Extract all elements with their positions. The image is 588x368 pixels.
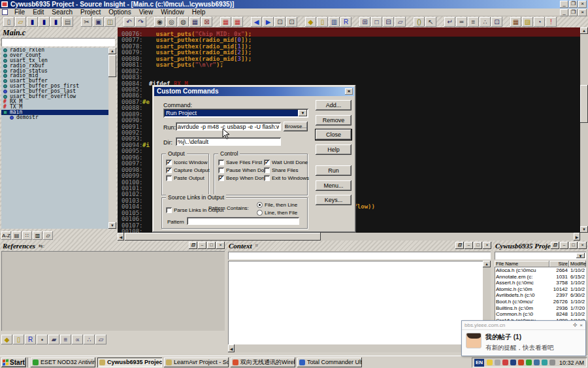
hierarchy-icon[interactable]: ∴ bbox=[480, 17, 491, 27]
lock-icon[interactable]: ▪ bbox=[37, 335, 48, 344]
match-paren-icon[interactable]: () bbox=[414, 17, 425, 27]
remove-button[interactable]: Remove bbox=[316, 115, 351, 125]
checkbox-capture-output[interactable]: ✓Capture Output bbox=[166, 167, 210, 173]
open-folder-icon[interactable]: ▱ bbox=[15, 17, 26, 27]
calendar-icon[interactable]: ▦ bbox=[510, 17, 521, 27]
usb-device-icon[interactable] bbox=[510, 360, 516, 365]
task-button[interactable]: ESET NOD32 Antivirus bbox=[31, 358, 95, 367]
relation-window-icon[interactable]: ≡ bbox=[468, 17, 479, 27]
no-connection-icon[interactable] bbox=[502, 360, 508, 365]
shield-icon[interactable]: ▰ bbox=[48, 335, 59, 344]
tile-horizontal-icon[interactable]: ⊟ bbox=[383, 17, 394, 27]
table-row[interactable]: Boot.h (c:\0mcu'267261/10/2 bbox=[495, 299, 586, 305]
checkbox-iconic-window[interactable]: ✓Iconic Window bbox=[166, 159, 208, 165]
mdi-close-button[interactable]: × bbox=[578, 9, 587, 16]
project-dock-icon[interactable]: ⊡ bbox=[551, 242, 559, 249]
sort-alpha-button[interactable]: A-Z bbox=[1, 231, 11, 240]
paste-icon[interactable]: ◫ bbox=[105, 17, 116, 27]
checkbox-beep-when-done[interactable]: ✓Beep When Done bbox=[218, 175, 267, 181]
add-button[interactable]: Add... bbox=[316, 100, 351, 110]
symbol-colors-icon[interactable]: ∷ bbox=[22, 231, 32, 240]
language-indicator[interactable]: EN bbox=[474, 359, 484, 367]
chevron-down-icon[interactable]: ▼ bbox=[576, 253, 585, 258]
symbol-lock-icon[interactable]: ◆ bbox=[1, 335, 12, 344]
task-button[interactable]: 双向无线通讯的Wireles... bbox=[231, 358, 295, 367]
context-dock-icon[interactable]: ⊡ bbox=[455, 242, 464, 249]
find-icon[interactable]: ◉ bbox=[154, 17, 165, 27]
popup-title[interactable]: 我的帖子 (1) bbox=[485, 333, 554, 342]
stop-icon[interactable]: ! bbox=[546, 17, 557, 27]
detail-view-icon[interactable]: ▤ bbox=[12, 231, 22, 240]
save-copy-icon[interactable]: ▮ bbox=[50, 17, 61, 27]
redo-icon[interactable]: ↷ bbox=[135, 17, 146, 27]
run-button[interactable]: Run bbox=[316, 165, 351, 176]
radio-line-then-file[interactable]: Line, then File bbox=[257, 210, 297, 216]
close-button[interactable]: × bbox=[578, 1, 587, 8]
volume-icon[interactable] bbox=[549, 360, 555, 365]
xref-toggle-icon[interactable]: ⊠ bbox=[201, 17, 212, 27]
mouse-settings-icon[interactable] bbox=[495, 360, 500, 365]
references-body[interactable] bbox=[1, 251, 225, 331]
editor-vertical-scrollbar[interactable]: ▲ ▼ bbox=[580, 27, 588, 233]
dialog-title-bar[interactable]: Custom Commands × bbox=[154, 87, 354, 96]
menu-file[interactable]: File bbox=[10, 8, 29, 16]
chevron-down-icon[interactable]: ▼ bbox=[299, 110, 307, 116]
tree-view-icon[interactable]: ∴ bbox=[84, 335, 95, 344]
cascade-icon[interactable]: ▱ bbox=[395, 17, 406, 27]
note-icon[interactable]: ▨ bbox=[522, 17, 533, 27]
print-icon[interactable]: ▤ bbox=[62, 17, 73, 27]
popup-message[interactable]: 有新的提醒，快去看看吧 bbox=[485, 344, 554, 352]
undo-icon[interactable]: ↶ bbox=[123, 17, 135, 27]
prev-window-icon[interactable]: ⊡ bbox=[274, 17, 286, 27]
mdi-minimize-button[interactable]: _ bbox=[560, 9, 568, 16]
display-settings-icon[interactable] bbox=[487, 360, 493, 365]
copy-icon[interactable]: ▣ bbox=[93, 17, 104, 27]
close-button[interactable]: Close bbox=[316, 129, 351, 140]
browse-symbols-icon[interactable]: ▯ bbox=[317, 17, 328, 27]
context-search-input[interactable] bbox=[228, 252, 491, 259]
table-row[interactable]: Builtins.h (c:\0m29361/7/20 bbox=[495, 305, 586, 312]
checkbox-paste-output[interactable]: Paste Output bbox=[166, 175, 204, 181]
menu-search[interactable]: Search bbox=[48, 8, 76, 16]
symbol-item-demostr[interactable]: demostr bbox=[1, 115, 115, 120]
checkbox-exit-to-windows[interactable]: Exit to Windows bbox=[264, 175, 309, 181]
forward-icon[interactable]: ▶ bbox=[263, 17, 274, 27]
clock-icon[interactable]: ◔ bbox=[534, 17, 545, 27]
keys-button[interactable]: Keys... bbox=[316, 195, 351, 205]
references-dock-icon[interactable]: ⊡ bbox=[189, 242, 197, 249]
context-window-icon[interactable]: ≖ bbox=[456, 17, 467, 27]
editor-horizontal-scrollbar[interactable]: ◀ ▶ bbox=[118, 233, 580, 241]
menu-options[interactable]: Options bbox=[105, 8, 135, 16]
context-horizontal-scrollbar[interactable]: ◀ ▶ bbox=[228, 344, 483, 352]
checkbox-wait-until-done[interactable]: ✓Wait Until Done bbox=[264, 159, 308, 165]
help-button[interactable]: Help bbox=[316, 144, 351, 155]
find-prev-icon[interactable]: ◍ bbox=[178, 17, 189, 27]
project-close-icon[interactable]: × bbox=[578, 242, 587, 249]
back-icon[interactable]: ◀ bbox=[251, 17, 262, 27]
command-combo[interactable]: Run Project ▼ bbox=[163, 109, 308, 118]
table-row[interactable]: Atomic.h (c:\0m101421/10/2 bbox=[495, 286, 586, 293]
save-icon[interactable]: ▮ bbox=[27, 17, 38, 27]
float-window-icon[interactable]: ▱ bbox=[43, 231, 53, 240]
context-minimize-icon[interactable]: – bbox=[465, 242, 473, 249]
menu-view[interactable]: View bbox=[135, 8, 157, 16]
build-icon[interactable]: ▦ bbox=[232, 17, 243, 27]
project-maximize-icon[interactable]: □ bbox=[569, 242, 578, 249]
checkbox-save-files-first[interactable]: Save Files First bbox=[218, 159, 262, 165]
pattern-input[interactable] bbox=[187, 217, 299, 225]
task-button[interactable]: LearnAvr Project - Sourc... bbox=[164, 358, 229, 367]
browse-symbols-icon[interactable]: ▯ bbox=[13, 335, 24, 344]
mdi-restore-button[interactable]: ❐ bbox=[569, 9, 578, 16]
source-insight-logo-icon[interactable]: R bbox=[25, 335, 36, 344]
column-header-file-name[interactable]: File Name bbox=[495, 261, 549, 267]
pin-icon[interactable]: ✜ bbox=[573, 322, 578, 328]
table-row[interactable]: Alloca.h (c:\0mcu26641/10/2 bbox=[495, 267, 586, 274]
book-icon[interactable]: ▥ bbox=[33, 231, 42, 240]
symbol-filter-input[interactable] bbox=[1, 38, 115, 46]
menu-help[interactable]: Help bbox=[188, 8, 210, 16]
minimize-button[interactable]: _ bbox=[560, 1, 568, 8]
restore-button[interactable]: ❐ bbox=[569, 1, 578, 8]
find-next-icon[interactable]: ◎ bbox=[166, 17, 177, 27]
contents-book-icon[interactable]: ▥ bbox=[329, 17, 340, 27]
context-body[interactable] bbox=[228, 261, 483, 344]
